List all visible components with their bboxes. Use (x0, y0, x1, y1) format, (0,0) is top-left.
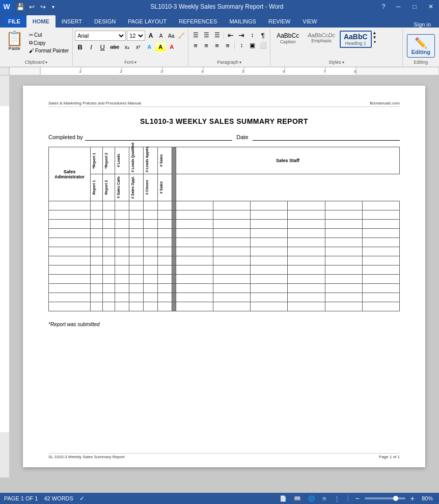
bullets-button[interactable]: ☰ (190, 31, 201, 40)
app-icon: W (0, 0, 13, 13)
table-row (49, 220, 400, 229)
date-label: Date (236, 134, 248, 140)
justify-button[interactable]: ≡ (223, 41, 233, 50)
svg-rect-1 (40, 67, 356, 75)
grow-font-button[interactable]: A (146, 31, 155, 40)
svg-text:1: 1 (79, 69, 81, 74)
increase-indent-button[interactable]: ⇥ (236, 31, 246, 40)
style-caption[interactable]: AaBbCc Caption (272, 31, 303, 46)
font-color-button[interactable]: A (167, 42, 177, 52)
page-header: Sales & Marketing Policies and Procedure… (48, 101, 400, 107)
font-label: Font▾ (75, 60, 186, 66)
table-row (49, 302, 400, 311)
table-row (49, 266, 400, 275)
date-field[interactable] (253, 134, 400, 141)
sales-admin-header: SalesAdministrator (49, 147, 91, 201)
ribbon-content: 📋 Paste ✂ Cut ⧉ Copy 🖌 Format Painter Cl… (0, 28, 439, 67)
italic-button[interactable]: I (86, 42, 96, 52)
svg-text:4: 4 (201, 69, 204, 74)
window-title: SL1010-3 Weekly Sales Summary Report - W… (57, 3, 377, 10)
highlight-button[interactable]: A (155, 42, 166, 52)
svg-text:7: 7 (323, 69, 326, 74)
tab-mailings[interactable]: MAILINGS (223, 15, 262, 28)
shrink-font-button[interactable]: A (156, 31, 166, 40)
tab-page-layout[interactable]: PAGE LAYOUT (122, 15, 173, 28)
style-caption-label: Caption (280, 39, 296, 44)
table-row (49, 247, 400, 256)
table-row (49, 275, 400, 284)
table-row (49, 256, 400, 266)
styles-more-button[interactable]: ▲ ▼ ▾ (373, 31, 377, 52)
svg-text:2: 2 (120, 69, 122, 74)
underline-button[interactable]: U (97, 42, 107, 52)
page-container: Sales & Marketing Policies and Procedure… (0, 75, 439, 478)
footer-note: *Report was submitted (48, 322, 400, 327)
help-icon[interactable]: ? (377, 0, 390, 13)
page-footer-left: SL 1010-3 Weekly Sales Summary Report (48, 455, 125, 459)
styles-group: AaBbCc Caption AaBbCcDc Emphasis AaBbC H… (270, 29, 403, 66)
shading-button[interactable]: ▣ (247, 41, 257, 50)
sales-calls-label: # Sales Calls (116, 175, 121, 200)
borders-button[interactable]: ⬜ (258, 41, 268, 50)
subscript-button[interactable]: x₂ (122, 42, 132, 52)
clear-format-button[interactable]: 🧹 (177, 31, 186, 40)
format-painter-button[interactable]: 🖌 Format Painter (28, 47, 70, 54)
leads-qualified-header: # Leads Qualified (129, 147, 144, 174)
align-right-button[interactable]: ≡ (212, 41, 222, 50)
strikethrough-button[interactable]: abc (108, 42, 121, 52)
report1-label: *Report 1 (92, 148, 96, 173)
customize-qa-button[interactable]: ▾ (49, 2, 57, 12)
decrease-indent-button[interactable]: ⇤ (226, 31, 236, 40)
style-emphasis[interactable]: AaBbCcDc Emphasis (304, 31, 339, 45)
paragraph-group: ☰ ☰ ☰ ⇤ ⇥ ↕ ¶ ≡ ≡ ≡ ≡ ↕ ▣ ⬜ Paragraph▾ (188, 29, 270, 66)
tab-view[interactable]: VIEW (296, 15, 323, 28)
cut-button[interactable]: ✂ Cut (28, 32, 70, 38)
tab-references[interactable]: REFERENCES (173, 15, 223, 28)
completed-by-field[interactable] (85, 134, 232, 141)
sales-left-label: # Sales (159, 148, 163, 173)
title-bar: W 💾 ↩ ↪ ▾ SL1010-3 Weekly Sales Summary … (0, 0, 439, 13)
minimize-button[interactable]: ─ (390, 0, 406, 13)
ribbon-tab-bar: FILE HOME INSERT DESIGN PAGE LAYOUT REFE… (0, 13, 439, 28)
editing-button[interactable]: ✏️ Editing (407, 34, 435, 58)
tab-home[interactable]: HOME (26, 15, 56, 28)
page-footer: SL 1010-3 Weekly Sales Summary Report Pa… (48, 453, 400, 459)
undo-button[interactable]: ↩ (26, 2, 37, 12)
numbering-button[interactable]: ☰ (201, 31, 211, 40)
align-center-button[interactable]: ≡ (201, 41, 211, 50)
completed-by-line: Completed by Date (48, 134, 400, 141)
superscript-button[interactable]: x² (133, 42, 143, 52)
style-heading1[interactable]: AaBbC Heading 1 (340, 31, 372, 48)
report-title: SL1010-3 WEEKLY SALES SUMMARY REPORT (48, 117, 400, 125)
save-button[interactable]: 💾 (15, 2, 25, 12)
maximize-button[interactable]: □ (406, 0, 423, 13)
font-family-select[interactable]: Arial (75, 31, 126, 41)
style-heading1-label: Heading 1 (345, 41, 366, 46)
copy-button[interactable]: ⧉ Copy (28, 39, 70, 46)
page-header-left: Sales & Marketing Policies and Procedure… (48, 101, 141, 105)
paste-button[interactable]: 📋 Paste (2, 31, 26, 52)
font-size-select[interactable]: 12 (127, 31, 145, 41)
style-emphasis-preview: AaBbCcDc (308, 32, 335, 38)
paragraph-label: Paragraph▾ (190, 60, 268, 66)
clipboard-label: Clipboard▾ (2, 60, 70, 66)
line-spacing-button[interactable]: ↕ (236, 41, 246, 50)
align-left-button[interactable]: ≡ (190, 41, 201, 50)
tab-insert[interactable]: INSERT (56, 15, 88, 28)
tab-file[interactable]: FILE (2, 15, 26, 28)
close-button[interactable]: ✕ (423, 0, 439, 13)
redo-button[interactable]: ↪ (38, 2, 48, 12)
text-effect-button[interactable]: A (144, 42, 154, 52)
show-hide-button[interactable]: ¶ (258, 31, 268, 40)
document-page: Sales & Marketing Policies and Procedure… (23, 86, 425, 467)
bold-button[interactable]: B (75, 42, 85, 52)
sort-button[interactable]: ↕ (247, 31, 257, 40)
tab-design[interactable]: DESIGN (88, 15, 122, 28)
styles-label: Styles▾ (272, 60, 400, 66)
change-case-button[interactable]: Aa (167, 31, 176, 40)
multilevel-button[interactable]: ☰ (212, 31, 222, 40)
main-area: Sales & Marketing Policies and Procedure… (0, 75, 439, 478)
signin-button[interactable]: Sign in (407, 21, 437, 28)
right-report1-header: Report 1 (91, 174, 103, 201)
tab-review[interactable]: REVIEW (262, 15, 296, 28)
